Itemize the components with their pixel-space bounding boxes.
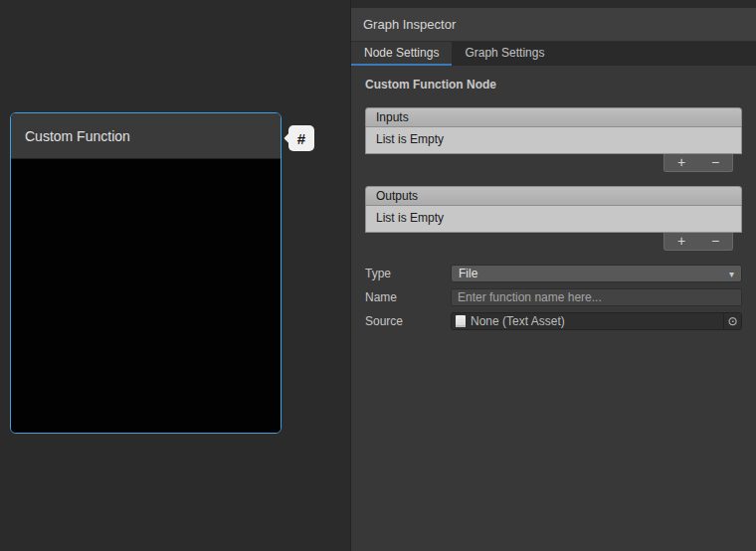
source-object-field[interactable]: None (Text Asset) ⊙ xyxy=(451,312,742,330)
inputs-list-body: List is Empty xyxy=(365,127,742,154)
chevron-down-icon: ▾ xyxy=(729,269,734,279)
tab-bar: Node Settings Graph Settings xyxy=(351,42,756,66)
panel-header[interactable]: Graph Inspector xyxy=(351,8,756,42)
remove-input-button[interactable]: − xyxy=(701,155,729,170)
node-preview-area xyxy=(11,159,281,433)
type-dropdown-value: File xyxy=(459,267,729,280)
outputs-list-header: Outputs xyxy=(365,186,742,206)
tab-node-settings-label: Node Settings xyxy=(364,46,439,60)
outputs-empty-row: List is Empty xyxy=(366,210,741,227)
outputs-list-title: Outputs xyxy=(376,189,418,203)
type-field-row: Type File ▾ xyxy=(365,265,742,282)
add-input-button[interactable]: + xyxy=(667,155,695,170)
custom-function-node[interactable]: Custom Function xyxy=(10,112,282,434)
type-label: Type xyxy=(365,267,451,280)
inputs-list-buttons: + − xyxy=(663,154,733,172)
panel-top-strip xyxy=(351,0,756,8)
inputs-list-header: Inputs xyxy=(365,107,742,127)
hash-badge-label: # xyxy=(297,130,305,147)
node-settings-content: Custom Function Node Inputs List is Empt… xyxy=(351,66,756,551)
text-asset-icon xyxy=(456,315,466,327)
function-name-input[interactable] xyxy=(451,288,742,306)
graph-inspector-panel: Graph Inspector Node Settings Graph Sett… xyxy=(350,0,756,551)
outputs-list-buttons: + − xyxy=(663,233,733,251)
add-output-button[interactable]: + xyxy=(667,234,695,249)
section-title: Custom Function Node xyxy=(365,78,742,92)
outputs-list-body: List is Empty xyxy=(365,206,742,233)
name-label: Name xyxy=(365,290,451,304)
name-field-row: Name xyxy=(365,288,742,306)
inputs-list: Inputs List is Empty + − xyxy=(365,107,742,173)
outputs-list: Outputs List is Empty + − xyxy=(365,186,742,252)
inputs-list-footer: + − xyxy=(365,154,742,173)
source-object-value: None (Text Asset) xyxy=(471,314,723,328)
hash-badge[interactable]: # xyxy=(288,125,314,151)
node-title-bar[interactable]: Custom Function xyxy=(11,113,281,159)
source-field-row: Source None (Text Asset) ⊙ xyxy=(365,312,742,330)
tab-graph-settings-label: Graph Settings xyxy=(465,46,544,60)
node-title: Custom Function xyxy=(25,128,130,144)
object-picker-icon[interactable]: ⊙ xyxy=(723,313,741,329)
inputs-list-title: Inputs xyxy=(376,110,409,124)
source-label: Source xyxy=(365,314,451,328)
tab-graph-settings[interactable]: Graph Settings xyxy=(452,42,557,66)
graph-canvas[interactable]: Custom Function # xyxy=(0,0,350,551)
panel-title: Graph Inspector xyxy=(363,17,456,32)
type-dropdown[interactable]: File ▾ xyxy=(451,265,742,282)
remove-output-button[interactable]: − xyxy=(701,234,729,249)
tab-node-settings[interactable]: Node Settings xyxy=(351,42,452,66)
outputs-list-footer: + − xyxy=(365,233,742,252)
inputs-empty-row: List is Empty xyxy=(366,131,741,148)
